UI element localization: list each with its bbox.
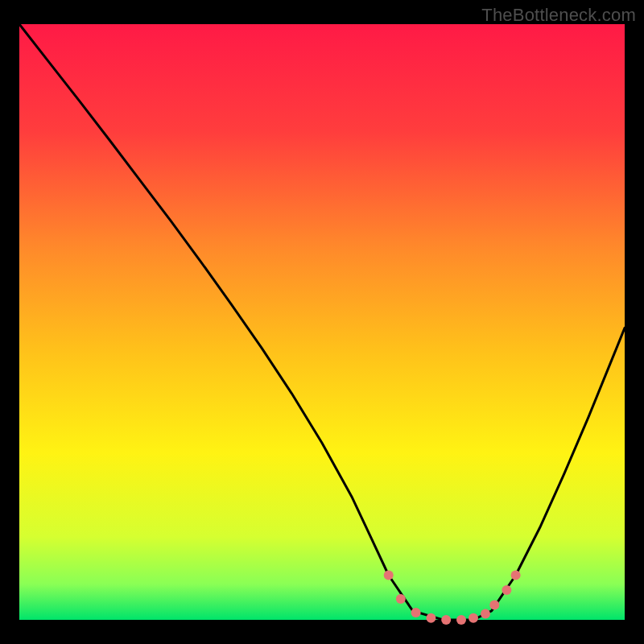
optimum-marker <box>481 609 490 619</box>
optimum-marker <box>489 601 499 610</box>
optimum-marker <box>502 585 511 595</box>
optimum-marker <box>396 594 406 604</box>
bottleneck-chart <box>0 0 644 644</box>
optimum-marker <box>469 613 478 623</box>
optimum-marker <box>411 608 421 617</box>
watermark-text: TheBottleneck.com <box>481 5 636 26</box>
optimum-marker <box>384 571 394 580</box>
optimum-marker <box>426 613 436 623</box>
optimum-marker <box>456 615 466 625</box>
chart-container: TheBottleneck.com <box>0 0 644 644</box>
gradient-background <box>19 24 625 620</box>
optimum-marker <box>441 615 451 625</box>
optimum-marker <box>511 571 521 580</box>
